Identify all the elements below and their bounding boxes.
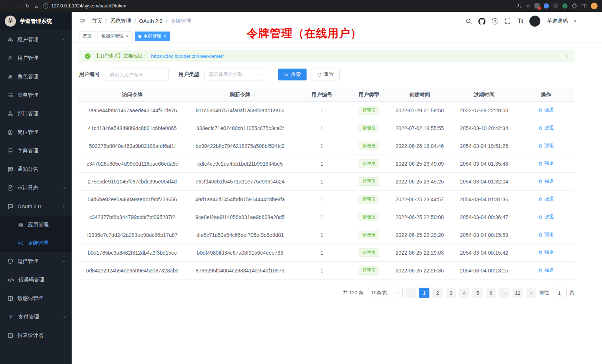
- sidebar-item-notice[interactable]: 通知公告: [0, 160, 72, 179]
- goto-page-input[interactable]: [552, 288, 567, 298]
- force-logout-button[interactable]: 强退: [538, 178, 554, 185]
- alert-close-icon[interactable]: ×: [565, 53, 569, 59]
- reset-button[interactable]: 重置: [311, 69, 340, 80]
- report-table-icon: [7, 332, 13, 338]
- breadcrumb-oauth[interactable]: OAuth 2.0: [139, 18, 163, 24]
- pagination-ellipsis[interactable]: ···: [499, 288, 510, 298]
- force-logout-button[interactable]: 强退: [538, 196, 554, 202]
- page-button-12[interactable]: 12: [513, 288, 523, 298]
- address-bar[interactable]: i 127.0.0.1:1024/system/oauth2/token: [43, 3, 511, 9]
- alert-doc-link[interactable]: https://doc.iocoder.cn/user-center/: [151, 53, 224, 59]
- force-logout-button[interactable]: 强退: [538, 160, 554, 167]
- sidebar-item-sensitive-word[interactable]: 敏感词管理: [0, 289, 72, 308]
- extension-icon-green[interactable]: [562, 3, 567, 9]
- puzzle-icon[interactable]: [572, 3, 577, 9]
- refresh-icon: [317, 72, 322, 77]
- browser-home-icon[interactable]: ⌂: [35, 3, 38, 9]
- sidebar-item-dept[interactable]: 部门管理: [0, 105, 72, 123]
- browser-forward-icon[interactable]: →: [15, 3, 20, 9]
- breadcrumb-system[interactable]: 系统管理: [110, 18, 131, 24]
- sidebar-item-oauth-app[interactable]: 应用管理: [0, 216, 72, 234]
- page-button-3[interactable]: 3: [446, 288, 456, 298]
- sidebar-item-oauth[interactable]: OAuth 2.0: [0, 197, 72, 216]
- doc-alert: ✓ 【用户体系】文档地址： https://doc.iocoder.cn/use…: [79, 50, 575, 62]
- search-button[interactable]: 搜索: [278, 69, 307, 80]
- force-logout-button[interactable]: 强退: [538, 214, 554, 220]
- page-button-6[interactable]: 6: [486, 288, 496, 298]
- sidebar-item-user[interactable]: 用户管理: [0, 49, 72, 67]
- sidebar-item-payment[interactable]: ¥ 支付管理: [0, 308, 72, 326]
- extension-badge: [538, 7, 541, 10]
- collapse-sidebar-icon[interactable]: [79, 18, 86, 24]
- sidebar-item-tenant[interactable]: 租户管理: [0, 30, 72, 49]
- force-logout-button[interactable]: 强退: [538, 249, 554, 256]
- tags-bar: 首页 敏感词管理 × 令牌管理 ×: [72, 30, 602, 42]
- user-type-select[interactable]: 请选择用户类型: [205, 69, 268, 80]
- browser-reload-icon[interactable]: ↻: [25, 3, 30, 9]
- sidebar-item-sms[interactable]: 短信管理: [0, 252, 72, 271]
- role-users-icon: [7, 74, 13, 80]
- page-size-select[interactable]: 10条/页: [368, 288, 403, 298]
- user-id-input[interactable]: [105, 69, 169, 80]
- extension-icon-blue[interactable]: [544, 3, 549, 9]
- browser-back-icon[interactable]: ←: [4, 3, 10, 9]
- force-logout-button[interactable]: 强退: [538, 267, 554, 274]
- font-size-icon[interactable]: Tt: [517, 18, 523, 24]
- tab-home[interactable]: 首页: [79, 32, 95, 41]
- force-logout-button[interactable]: 强退: [538, 231, 554, 238]
- force-logout-button[interactable]: 强退: [538, 125, 554, 131]
- page-button-1[interactable]: 1: [419, 288, 429, 298]
- active-tab-dot: [138, 35, 141, 38]
- chevron-down-icon: [395, 291, 399, 295]
- next-page-button[interactable]: ›: [526, 288, 536, 298]
- sidebar-item-error-code[interactable]: </> 错误码管理: [0, 271, 72, 289]
- close-icon[interactable]: ×: [126, 34, 129, 39]
- share-icon[interactable]: [516, 3, 521, 9]
- user-type-badge: 管理员: [359, 124, 379, 132]
- dept-tree-icon: [7, 111, 13, 117]
- site-info-icon[interactable]: i: [43, 3, 48, 9]
- side-panel-icon[interactable]: [581, 3, 587, 9]
- payment-yen-icon: ¥: [7, 314, 14, 320]
- oauth-submenu: 应用管理 令牌管理: [0, 216, 72, 252]
- force-logout-button[interactable]: 强退: [538, 107, 554, 113]
- trash-icon: [538, 250, 543, 255]
- browser-profile-avatar[interactable]: [591, 3, 598, 9]
- search-icon[interactable]: [465, 18, 472, 24]
- force-logout-button[interactable]: 强退: [538, 142, 554, 149]
- github-icon[interactable]: [478, 18, 485, 25]
- user-menu-caret-icon[interactable]: ▾: [574, 19, 576, 24]
- close-icon[interactable]: ×: [164, 34, 167, 39]
- filter-bar: 用户编号 用户类型 请选择用户类型 搜索 重置: [79, 69, 575, 80]
- fullscreen-icon[interactable]: [504, 18, 511, 24]
- user-type-badge: 管理员: [359, 142, 379, 150]
- help-icon[interactable]: ?: [492, 18, 498, 24]
- bookmark-star-icon[interactable]: ☆: [526, 3, 530, 9]
- sidebar-item-audit-log[interactable]: 审计日志: [0, 179, 72, 197]
- extension-icon-dark1[interactable]: [553, 3, 558, 9]
- sidebar-item-post[interactable]: 岗位管理: [0, 123, 72, 142]
- sidebar-item-dict[interactable]: 字典管理: [0, 142, 72, 160]
- tab-sensitive-word[interactable]: 敏感词管理 ×: [98, 32, 132, 41]
- breadcrumb: 首页 / 系统管理 / OAuth 2.0 / 令牌管理: [92, 18, 192, 24]
- sidebar-item-menu[interactable]: 菜单管理: [0, 86, 72, 105]
- url-text: 127.0.0.1:1024/system/oauth2/token: [51, 3, 126, 9]
- breadcrumb-home[interactable]: 首页: [92, 18, 102, 24]
- extension-icon-badged[interactable]: [534, 3, 540, 9]
- goto-label: 前往: [539, 289, 549, 296]
- search-icon: [284, 72, 289, 77]
- navbar: 首页 / 系统管理 / OAuth 2.0 / 令牌管理 ? Tt 芋道源码 ▾: [72, 12, 602, 30]
- navbar-actions: ? Tt 芋道源码 ▾: [465, 16, 576, 27]
- pagination-total: 共 120 条: [343, 289, 363, 296]
- prev-page-button[interactable]: ‹: [406, 288, 416, 298]
- page-button-5[interactable]: 5: [472, 288, 483, 298]
- sidebar-item-report-designer[interactable]: 报表设计器: [0, 326, 72, 345]
- sidebar-item-role[interactable]: 角色管理: [0, 67, 72, 86]
- app-grid-icon: [18, 222, 24, 228]
- sidebar-item-oauth-token[interactable]: 令牌管理: [0, 234, 72, 252]
- user-name[interactable]: 芋道源码: [547, 18, 567, 24]
- page-button-2[interactable]: 2: [432, 288, 443, 298]
- page-button-4[interactable]: 4: [459, 288, 470, 298]
- tab-token[interactable]: 令牌管理 ×: [135, 32, 170, 41]
- user-avatar[interactable]: [529, 16, 540, 27]
